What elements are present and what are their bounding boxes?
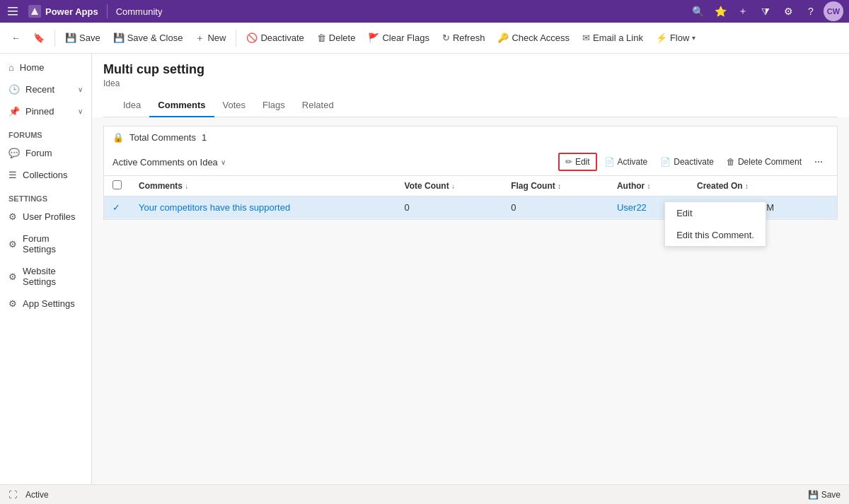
user-avatar[interactable]: CW [824,1,843,21]
back-icon: ← [11,33,21,43]
user-profiles-icon: ⚙ [8,211,17,222]
flow-button[interactable]: ⚡ Flow ▾ [650,28,701,47]
svg-rect-1 [8,11,18,12]
activate-button[interactable]: 📄 Activate [599,154,654,170]
dropdown-edit-item[interactable]: Edit [665,202,766,224]
check-access-icon: 🔑 [497,33,509,43]
recent-chevron: ∨ [78,86,83,93]
dropdown-edit-comment-item[interactable]: Edit this Comment. [665,224,766,246]
tab-comments[interactable]: Comments [149,94,214,117]
main-content: Multi cup setting Idea Idea Comments Vot… [92,54,849,484]
tab-idea[interactable]: Idea [115,94,149,117]
pinned-chevron: ∨ [78,107,83,115]
new-button[interactable]: ＋ New [190,28,231,49]
col-created-on-header[interactable]: Created On ↕ [688,176,837,197]
refresh-icon: ↻ [442,33,450,43]
subgrid-title: Active Comments on Idea ∨ [112,157,226,168]
status-save-icon: 💾 [808,490,819,500]
forum-settings-icon: ⚙ [8,239,17,250]
edit-button[interactable]: ✏ Edit [558,153,597,171]
check-access-button[interactable]: 🔑 Check Access [492,28,575,47]
comments-sort-icon: ↓ [185,182,188,190]
subgrid-header: Active Comments on Idea ∨ ✏ Edit 📄 Activ… [104,148,837,176]
col-flag-count-header[interactable]: Flag Count ↕ [502,176,608,197]
search-icon-btn[interactable]: 🔍 [688,1,708,21]
lock-icon: 🔒 [112,132,124,143]
page-subtitle: Idea [103,78,838,88]
author-sort-icon: ↕ [647,182,651,190]
edit-dropdown-popup: Edit Edit this Comment. [664,201,766,247]
more-actions-button[interactable]: ⋯ [809,154,828,170]
add-icon-btn[interactable]: ＋ [733,1,753,21]
app-settings-icon: ⚙ [8,298,17,309]
flow-dropdown-chevron: ▾ [692,34,695,42]
sidebar-item-home[interactable]: ⌂ Home [0,57,91,78]
comment-link[interactable]: Your competitors have this supported [139,202,290,213]
bookmark-icon: 🔖 [33,33,45,43]
favorites-icon-btn[interactable]: ⭐ [710,1,730,21]
clear-flags-button[interactable]: 🚩 Clear Flags [362,28,434,47]
delete-comment-button[interactable]: 🗑 Delete Comment [721,154,807,170]
subgrid-chevron: ∨ [221,158,226,166]
select-all-checkbox[interactable] [112,180,122,189]
settings-icon-btn[interactable]: ⚙ [778,1,798,21]
save-close-button[interactable]: 💾 Save & Close [108,28,189,47]
table-header-row: Comments ↓ Vote Count ↓ Flag Count ↕ [104,176,837,197]
sidebar-pinned-label: Pinned [25,106,54,117]
top-navigation: Power Apps Community 🔍 ⭐ ＋ ⧩ ⚙ ? CW [0,0,849,23]
tab-votes[interactable]: Votes [214,94,255,117]
tab-related[interactable]: Related [294,94,342,117]
expand-icon[interactable]: ⛶ [8,490,17,500]
save-icon: 💾 [65,33,76,43]
sidebar-item-forum-settings[interactable]: ⚙ Forum Settings [0,228,91,260]
sidebar-app-settings-label: App Settings [23,298,75,309]
col-vote-count-header[interactable]: Vote Count ↓ [396,176,503,197]
status-save-button[interactable]: 💾 Save [808,490,841,500]
cmd-separator-1 [54,30,55,47]
cmd-separator-2 [236,30,236,47]
sidebar-item-user-profiles[interactable]: ⚙ User Profiles [0,206,91,228]
sidebar-user-profiles-label: User Profiles [23,211,75,222]
save-button[interactable]: 💾 Save [59,28,106,47]
hamburger-menu[interactable] [6,6,20,16]
sidebar-item-recent[interactable]: 🕒 Recent ∨ [0,78,91,100]
sidebar-item-pinned[interactable]: 📌 Pinned ∨ [0,100,91,122]
sidebar-forum-label: Forum [25,148,52,158]
bookmark-button[interactable]: 🔖 [28,28,50,47]
refresh-button[interactable]: ↻ Refresh [437,28,491,47]
col-author-header[interactable]: Author ↕ [608,176,688,197]
sidebar-item-collections[interactable]: ☰ Collections [0,164,91,186]
collections-icon: ☰ [8,170,17,180]
page-title: Multi cup setting [103,62,838,77]
sidebar-item-forum[interactable]: 💬 Forum [0,142,91,164]
flag-sort-icon: ↕ [558,182,561,190]
filter-icon-btn[interactable]: ⧩ [756,1,775,21]
col-check [104,176,130,197]
subgrid-actions: ✏ Edit 📄 Activate 📄 Deactivate 🗑 [558,153,828,171]
sidebar-item-website-settings[interactable]: ⚙ Website Settings [0,260,91,293]
author-link[interactable]: User22 [617,202,647,213]
status-bar-right: 💾 Save [808,490,841,500]
help-icon-btn[interactable]: ? [801,1,821,21]
deactivate-button[interactable]: 🚫 Deactivate [241,28,309,47]
delete-button[interactable]: 🗑 Delete [311,28,362,47]
back-button[interactable]: ← [6,28,26,47]
col-comments-header[interactable]: Comments ↓ [130,176,396,197]
row-check-icon: ✓ [112,202,120,213]
vote-sort-icon: ↓ [451,182,455,190]
sidebar-item-app-settings[interactable]: ⚙ App Settings [0,293,91,315]
delete-icon: 🗑 [317,33,326,43]
sidebar-recent-label: Recent [25,84,54,95]
edit-icon: ✏ [565,157,572,167]
section-name: Community [116,6,163,17]
activate-icon: 📄 [604,157,615,167]
forum-icon: 💬 [8,148,20,158]
row-check-cell: ✓ [104,197,130,219]
tabs-bar: Idea Comments Votes Flags Related [103,94,838,117]
home-icon: ⌂ [8,62,14,73]
sidebar-collections-label: Collections [23,170,68,180]
email-link-button[interactable]: ✉ Email a Link [577,28,649,47]
total-comments-value: 1 [202,132,207,143]
tab-flags[interactable]: Flags [254,94,294,117]
subgrid-deactivate-button[interactable]: 📄 Deactivate [654,154,720,170]
